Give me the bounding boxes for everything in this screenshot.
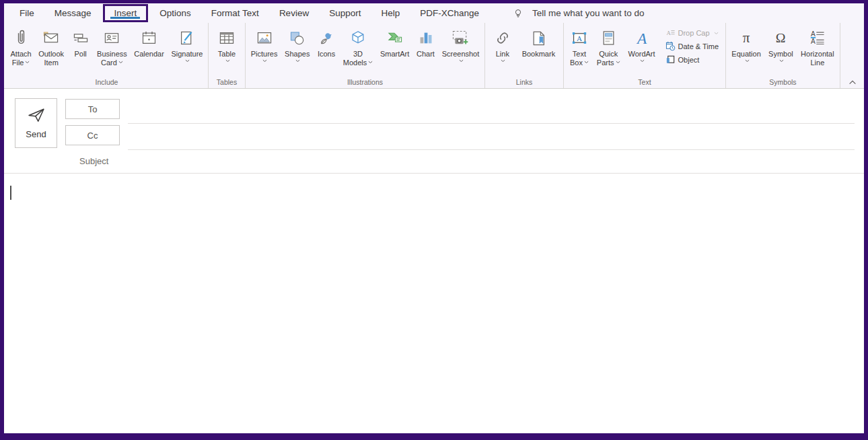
link-button[interactable]: Link xyxy=(491,25,514,64)
insert-ribbon: Attach File Outlook Item Poll xyxy=(4,23,864,89)
tab-insert-highlight-box: Insert xyxy=(103,4,149,22)
business-card-icon xyxy=(102,26,121,50)
object-icon xyxy=(665,54,676,65)
tab-help[interactable]: Help xyxy=(371,3,410,23)
to-button[interactable]: To xyxy=(65,99,120,119)
ribbon-group-links: Link Bookmark Links xyxy=(485,23,564,88)
3d-models-button[interactable]: 3D Models xyxy=(341,25,375,69)
symbol-icon: Ω xyxy=(771,26,790,50)
svg-text:Ω: Ω xyxy=(776,30,786,45)
business-card-button[interactable]: Business Card xyxy=(95,25,129,69)
send-plane-icon xyxy=(26,107,46,123)
table-button[interactable]: Table xyxy=(215,25,238,64)
text-box-button[interactable]: A Text Box xyxy=(568,25,591,69)
chevron-down-icon xyxy=(779,59,784,63)
chevron-down-icon xyxy=(118,61,123,64)
pictures-icon xyxy=(255,26,274,50)
screenshot-icon xyxy=(450,26,470,50)
poll-button[interactable]: Poll xyxy=(69,25,92,60)
chevron-down-icon xyxy=(745,59,750,63)
chevron-down-icon xyxy=(714,32,719,35)
group-label-links: Links xyxy=(485,78,563,88)
tab-file[interactable]: File xyxy=(9,3,44,23)
send-label: Send xyxy=(26,129,46,139)
chevron-down-icon xyxy=(185,59,190,63)
signature-button[interactable]: Signature xyxy=(169,25,205,64)
chart-icon xyxy=(417,26,435,50)
smartart-button[interactable]: SmartArt xyxy=(378,25,411,60)
ribbon-group-tables: Table Tables xyxy=(209,23,246,88)
tab-format-text[interactable]: Format Text xyxy=(201,3,269,23)
icons-icon xyxy=(317,26,336,50)
text-cursor xyxy=(10,186,11,200)
message-header-area: Send To Cc Subject xyxy=(4,89,864,174)
quick-parts-button[interactable]: Quick Parts xyxy=(595,25,622,69)
svg-text:π: π xyxy=(743,30,750,46)
svg-text:A: A xyxy=(811,38,816,45)
subject-label: Subject xyxy=(79,156,108,166)
tab-pdf-xchange[interactable]: PDF-XChange xyxy=(410,3,489,23)
quick-parts-icon xyxy=(600,26,618,50)
screenshot-button[interactable]: Screenshot xyxy=(440,25,482,64)
chevron-up-icon xyxy=(848,79,857,85)
drop-cap-button[interactable]: A Drop Cap xyxy=(665,28,719,38)
horizontal-line-icon: AA xyxy=(808,26,827,50)
outlook-compose-window: File Message Insert Options Format Text … xyxy=(0,0,868,440)
ribbon-tab-bar: File Message Insert Options Format Text … xyxy=(4,3,864,23)
chevron-down-icon xyxy=(584,61,589,64)
smartart-icon xyxy=(386,26,404,50)
3d-models-icon xyxy=(349,26,367,50)
pictures-button[interactable]: Pictures xyxy=(249,25,280,64)
text-box-icon: A xyxy=(570,26,589,50)
tab-support[interactable]: Support xyxy=(319,3,371,23)
date-time-button[interactable]: Date & Time xyxy=(665,41,719,51)
group-label-symbols: Symbols xyxy=(726,78,840,88)
chart-button[interactable]: Chart xyxy=(414,25,437,60)
ribbon-group-text: A Text Box Quick Parts A WordArt xyxy=(564,23,726,88)
outlook-item-button[interactable]: Outlook Item xyxy=(36,25,66,69)
object-button[interactable]: Object xyxy=(665,54,719,65)
wordart-button[interactable]: A WordArt xyxy=(626,25,657,64)
calendar-button[interactable]: Calendar xyxy=(132,25,166,60)
attach-file-button[interactable]: Attach File xyxy=(9,25,34,69)
ribbon-group-illustrations: Pictures Shapes Icons xyxy=(246,23,485,88)
drop-cap-icon: A xyxy=(665,28,676,38)
active-tab-underline xyxy=(110,17,140,19)
ribbon-group-symbols: π Equation Ω Symbol AA Horizontal xyxy=(726,23,840,88)
tab-review[interactable]: Review xyxy=(269,3,319,23)
symbol-button[interactable]: Ω Symbol xyxy=(766,25,795,64)
cc-field[interactable] xyxy=(128,149,855,150)
chevron-down-icon xyxy=(262,59,267,63)
chevron-down-icon xyxy=(616,61,620,64)
group-label-text: Text xyxy=(564,78,725,88)
svg-text:A: A xyxy=(577,34,583,42)
horizontal-line-button[interactable]: AA Horizontal Line xyxy=(799,25,836,69)
send-button[interactable]: Send xyxy=(15,98,57,148)
ribbon-group-include: Attach File Outlook Item Poll xyxy=(5,23,209,88)
icons-button[interactable]: Icons xyxy=(315,25,338,60)
message-body[interactable] xyxy=(4,174,864,433)
cc-button[interactable]: Cc xyxy=(65,125,120,145)
tab-message[interactable]: Message xyxy=(44,3,102,23)
group-label-include: Include xyxy=(5,78,208,88)
chevron-down-icon xyxy=(640,59,645,63)
group-label-tables: Tables xyxy=(209,78,245,88)
tab-options[interactable]: Options xyxy=(149,3,201,23)
to-field[interactable] xyxy=(128,123,855,124)
chevron-down-icon xyxy=(501,59,505,63)
bookmark-icon xyxy=(530,26,548,50)
chevron-down-icon xyxy=(25,61,30,64)
date-time-icon xyxy=(665,41,676,51)
poll-icon xyxy=(71,26,90,50)
equation-button[interactable]: π Equation xyxy=(729,25,762,64)
bookmark-button[interactable]: Bookmark xyxy=(520,25,558,60)
paperclip-icon xyxy=(12,26,30,50)
shapes-button[interactable]: Shapes xyxy=(283,25,312,64)
group-label-illustrations: Illustrations xyxy=(246,78,484,88)
tell-me-box[interactable]: Tell me what you want to do xyxy=(512,3,645,23)
collapse-ribbon-button[interactable] xyxy=(848,79,857,85)
shapes-icon xyxy=(288,26,306,50)
wordart-icon: A xyxy=(632,26,651,50)
equation-icon: π xyxy=(737,26,756,50)
chevron-down-icon xyxy=(225,59,230,63)
